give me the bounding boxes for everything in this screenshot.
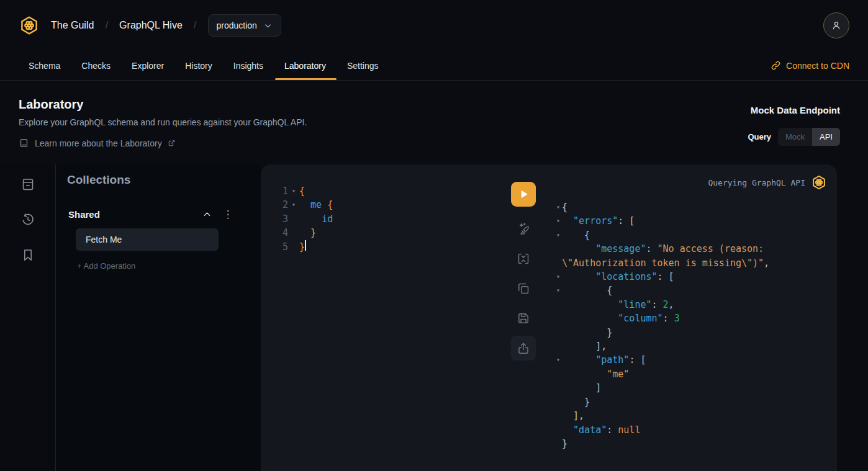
line-number: 4 [282, 226, 288, 240]
target-selector[interactable]: production [208, 14, 281, 37]
response-line: "data": null [549, 423, 831, 437]
response-line: \"Authorization token is missing\")", [549, 256, 831, 270]
kebab-menu-icon[interactable]: ⋮ [221, 208, 235, 221]
fold-spacer [554, 395, 562, 409]
query-editor[interactable]: 1▾{2▾ me {3 id4 }5} [261, 164, 511, 471]
text-cursor [305, 240, 306, 251]
plugin-sidebar [0, 164, 56, 471]
response-status-text: Querying GraphQL API [708, 178, 805, 187]
add-operation-button[interactable]: + Add Operation [77, 261, 261, 271]
editor-line: 1▾{ [282, 184, 511, 198]
collection-group-shared[interactable]: Shared ⋮ [67, 208, 261, 221]
editor-line: 3 id [282, 212, 511, 226]
toggle-option-mock[interactable]: Mock [778, 128, 812, 146]
toggle-option-api[interactable]: API [812, 128, 840, 146]
breadcrumb-separator: / [194, 19, 197, 32]
page-heading: Laboratory Explore your GraphQL schema a… [0, 81, 868, 164]
response-pane: Querying GraphQL API ▾{▾ "errors": [▾ { … [549, 164, 837, 471]
response-line: } [549, 326, 831, 339]
connect-to-cdn-button[interactable]: Connect to CDN [771, 60, 849, 71]
tab-settings[interactable]: Settings [347, 51, 379, 80]
response-line: ▾{ [549, 200, 831, 214]
external-link-icon [168, 139, 176, 147]
line-number: 5 [282, 240, 288, 254]
copy-icon[interactable] [511, 276, 536, 301]
tab-laboratory[interactable]: Laboratory [284, 51, 326, 80]
tab-history[interactable]: History [185, 51, 212, 80]
fold-spacer [554, 409, 562, 423]
collections-panel: Collections Shared ⋮ Fetch Me + Add Oper… [56, 164, 261, 471]
fold-spacer [554, 381, 562, 395]
fold-spacer [288, 212, 299, 226]
fold-spacer [554, 339, 562, 353]
response-line: ] [549, 381, 831, 395]
doc-explorer-icon[interactable] [20, 177, 35, 192]
save-icon[interactable] [511, 306, 536, 331]
page-subtitle: Explore your GraphQL schema and run quer… [19, 117, 307, 127]
fold-spacer [554, 298, 562, 312]
tab-schema[interactable]: Schema [29, 51, 60, 80]
breadcrumb-project[interactable]: GraphQL Hive [119, 20, 183, 31]
breadcrumb-separator: / [105, 19, 108, 32]
play-icon [518, 189, 529, 200]
hive-logo-icon [811, 174, 827, 191]
breadcrumb-org[interactable]: The Guild [51, 20, 94, 31]
line-number: 1 [282, 184, 288, 198]
fold-arrow-icon[interactable]: ▾ [554, 284, 562, 297]
breadcrumb: The Guild / GraphQL Hive / production [19, 14, 281, 37]
response-line: } [549, 395, 831, 409]
chevron-down-icon [263, 21, 273, 30]
line-number: 3 [282, 212, 288, 226]
fold-spacer [554, 437, 562, 451]
response-line: ▾ "path": [ [549, 353, 831, 367]
fold-spacer [554, 312, 562, 325]
hive-logo-icon[interactable] [19, 14, 40, 37]
tab-explorer[interactable]: Explorer [132, 51, 164, 80]
prettify-icon[interactable] [511, 217, 536, 241]
laboratory-workspace: Collections Shared ⋮ Fetch Me + Add Oper… [0, 164, 868, 471]
fold-arrow-icon[interactable]: ▾ [554, 214, 562, 228]
query-toggle-label: Query [748, 132, 771, 141]
editor-line: 2▾ me { [282, 198, 511, 212]
merge-fragments-icon[interactable] [511, 246, 536, 271]
collections-title: Collections [67, 173, 261, 187]
bookmark-icon[interactable] [20, 248, 35, 262]
endpoint-controls: Mock Data Endpoint Query MockAPI [748, 97, 840, 164]
fold-arrow-icon[interactable]: ▾ [554, 228, 562, 242]
fold-arrow-icon[interactable]: ▾ [554, 200, 562, 214]
share-icon[interactable] [511, 336, 536, 361]
top-bar: The Guild / GraphQL Hive / production [0, 0, 868, 51]
user-menu-button[interactable] [823, 12, 849, 38]
fold-spacer [554, 423, 562, 437]
learn-more-link[interactable]: Learn more about the Laboratory [19, 138, 307, 148]
line-number: 2 [282, 198, 288, 212]
fold-spacer [288, 240, 299, 254]
editor-toolbar [511, 182, 536, 471]
page-heading-left: Laboratory Explore your GraphQL schema a… [19, 97, 307, 164]
response-line: "column": 3 [549, 312, 831, 325]
fold-arrow-icon[interactable]: ▾ [554, 270, 562, 284]
operation-item[interactable]: Fetch Me [76, 228, 219, 251]
graphiql-panel: 1▾{2▾ me {3 id4 }5} [261, 164, 837, 471]
book-icon [19, 138, 29, 148]
tab-checks[interactable]: Checks [81, 51, 111, 80]
link-icon [771, 60, 781, 71]
editor-line: 4 } [282, 226, 511, 240]
fold-spacer [554, 242, 562, 256]
fold-spacer [554, 326, 562, 339]
endpoint-title: Mock Data Endpoint [748, 105, 840, 115]
tab-insights[interactable]: Insights [233, 51, 263, 80]
fold-spacer [554, 367, 562, 381]
response-line: } [549, 437, 831, 451]
chevron-up-icon[interactable] [202, 209, 212, 220]
fold-arrow-icon[interactable]: ▾ [288, 184, 299, 198]
fold-spacer [554, 256, 562, 270]
connect-to-cdn-label: Connect to CDN [786, 61, 849, 71]
fold-arrow-icon[interactable]: ▾ [288, 198, 299, 212]
graphql-hive-app: The Guild / GraphQL Hive / production Sc… [0, 0, 868, 471]
response-line: ▾ "errors": [ [549, 214, 831, 228]
fold-arrow-icon[interactable]: ▾ [554, 353, 562, 367]
response-json: ▾{▾ "errors": [▾ { "message": "No access… [549, 200, 831, 451]
execute-query-button[interactable] [511, 182, 536, 207]
history-icon[interactable] [20, 212, 35, 227]
